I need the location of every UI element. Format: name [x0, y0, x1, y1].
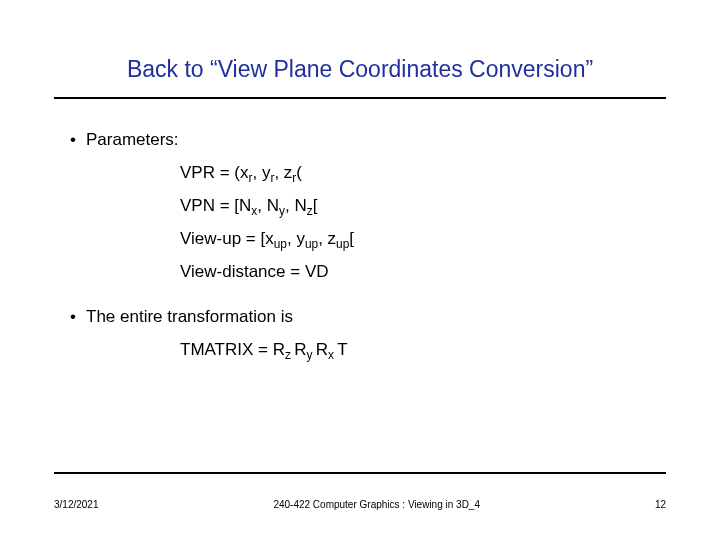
- parameter-list: VPR = (xr, yr, zr( VPN = [Nx, Ny, Nz[ Vi…: [180, 162, 650, 284]
- bullet-transformation: • The entire transformation is: [70, 306, 650, 329]
- tmatrix-expr: TMATRIX = Rz Ry Rx T: [180, 339, 650, 362]
- slide: Back to “View Plane Coordinates Conversi…: [0, 0, 720, 540]
- bullet-parameters: • Parameters:: [70, 129, 650, 152]
- footer-divider: [54, 472, 666, 474]
- bullet-dot-icon: •: [70, 129, 86, 152]
- param-vpn: VPN = [Nx, Ny, Nz[: [180, 195, 650, 218]
- slide-body: • Parameters: VPR = (xr, yr, zr( VPN = […: [0, 99, 720, 362]
- tmatrix-line: TMATRIX = Rz Ry Rx T: [180, 339, 650, 362]
- slide-footer: 3/12/2021 240-422 Computer Graphics : Vi…: [54, 499, 666, 510]
- bullet-text: Parameters:: [86, 129, 179, 152]
- param-viewdistance: View-distance = VD: [180, 261, 650, 284]
- param-vpr: VPR = (xr, yr, zr(: [180, 162, 650, 185]
- param-viewup: View-up = [xup, yup, zup[: [180, 228, 650, 251]
- bullet-dot-icon: •: [70, 306, 86, 329]
- footer-page-number: 12: [655, 499, 666, 510]
- bullet-text: The entire transformation is: [86, 306, 293, 329]
- footer-course: 240-422 Computer Graphics : Viewing in 3…: [99, 499, 655, 510]
- slide-title: Back to “View Plane Coordinates Conversi…: [0, 0, 720, 97]
- footer-date: 3/12/2021: [54, 499, 99, 510]
